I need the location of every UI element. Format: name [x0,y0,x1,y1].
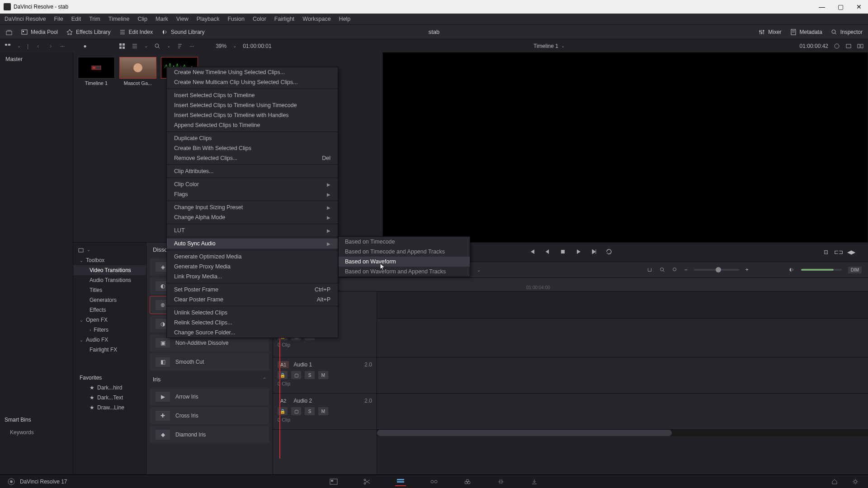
ctx-unlink[interactable]: Unlink Selected Clips [167,308,338,318]
smart-bins-header[interactable]: Smart Bins [0,413,73,427]
prev-frame-icon[interactable] [544,248,551,257]
auto-select-icon[interactable]: ▢ [291,407,301,415]
ctx-insert-clips[interactable]: Insert Selected Clips to Timeline [167,90,338,100]
clip-mascot[interactable]: Mascot Ga... [119,57,156,86]
ctx-flags[interactable]: Flags▶ [167,189,338,199]
chevron-down-icon[interactable]: ⌄ [233,43,236,48]
metadata-button[interactable]: Metadata [790,28,822,36]
track-header-a2[interactable]: A2Audio 22.0 🔒 ▢ S M 0 Clip [273,394,377,430]
ctx-alpha-mode[interactable]: Change Alpha Mode▶ [167,212,338,222]
trans-arrow-iris[interactable]: ▶Arrow Iris [150,388,269,405]
volume-slider[interactable] [801,269,842,271]
iris-header[interactable]: Iris⌃ [146,372,273,386]
ctx-change-source[interactable]: Change Source Folder... [167,328,338,338]
media-page-icon[interactable] [328,477,339,486]
sub-waveform-append[interactable]: Based on Waveform and Append Tracks [339,267,470,277]
chevron-down-icon[interactable]: ⌄ [167,43,170,48]
inspector-button[interactable]: Inspector [830,28,863,36]
edit-index-button[interactable]: Edit Index [119,28,153,36]
clip-timeline1[interactable]: Timeline 1 [78,57,115,86]
ctx-insert-handles[interactable]: Insert Selected Clips to Timeline with H… [167,110,338,120]
next-frame-icon[interactable] [590,248,597,257]
ctx-create-multicam[interactable]: Create New Multicam Clip Using Selected … [167,77,338,87]
ctx-lut[interactable]: LUT▶ [167,225,338,235]
first-frame-icon[interactable] [528,248,536,257]
single-viewer-icon[interactable] [845,43,852,49]
ctx-relink[interactable]: Relink Selected Clips... [167,318,338,328]
bypass-icon[interactable] [834,43,840,49]
menu-edit[interactable]: Edit [71,16,81,22]
zoom-in-icon[interactable]: + [745,267,749,273]
ctx-auto-sync-audio[interactable]: Auto Sync Audio▶ [167,239,338,249]
ctx-gen-optimized[interactable]: Generate Optimized Media [167,252,338,262]
fx-fairlight[interactable]: Fairlight FX [73,345,146,355]
media-pool-button[interactable]: Media Pool [21,28,58,36]
fx-effects[interactable]: Effects [73,305,146,315]
trans-diamond-iris[interactable]: ◆Diamond Iris [150,426,269,443]
loop-icon[interactable] [605,248,613,257]
chevron-down-icon[interactable]: ⌄ [561,43,565,48]
fx-openfx[interactable]: ⌄Open FX [73,315,146,325]
menu-clip[interactable]: Clip [138,16,148,22]
prev-icon[interactable]: ‹ [35,43,41,49]
minimize-icon[interactable]: — [816,2,828,11]
home-icon[interactable] [829,477,840,486]
auto-select-icon[interactable]: ▢ [291,371,301,379]
ctx-clear-poster[interactable]: Clear Poster FrameAlt+P [167,295,338,305]
menu-view[interactable]: View [176,16,189,22]
sub-waveform[interactable]: Based on Waveform [339,257,470,267]
menu-file[interactable]: File [54,16,63,22]
deliver-page-icon[interactable] [529,477,540,486]
trans-cross-iris[interactable]: ✚Cross Iris [150,407,269,424]
ctx-clip-attrs[interactable]: Clip Attributes... [167,166,338,176]
ctx-set-poster[interactable]: Set Poster FrameCtrl+P [167,285,338,295]
chevron-down-icon[interactable]: ⌄ [144,43,148,48]
search-icon[interactable] [154,43,160,49]
ctx-create-timeline[interactable]: Create New Timeline Using Selected Clips… [167,67,338,77]
menu-timeline[interactable]: Timeline [108,16,130,22]
sound-library-button[interactable]: Sound Library [161,28,205,36]
close-icon[interactable]: ✕ [854,2,864,11]
fav-item[interactable]: ★Draw...Line [73,403,146,413]
mute-button[interactable]: M [318,371,328,379]
menu-fairlight[interactable]: Fairlight [274,16,294,22]
ellipsis-icon[interactable]: ··· [189,43,194,49]
fav-item[interactable]: ★Dark...hird [73,383,146,393]
ellipsis-icon[interactable]: ··· [60,43,65,49]
dual-viewer-icon[interactable] [857,43,863,49]
timeline-name[interactable]: Timeline 1 [533,43,558,49]
menu-color[interactable]: Color [253,16,266,22]
zoom-percent[interactable]: 39% [216,43,226,49]
menu-davinci[interactable]: DaVinci Resolve [5,16,46,22]
fx-audio-transitions[interactable]: Audio Transitions [73,275,146,285]
menu-playback[interactable]: Playback [197,16,220,22]
search-icon[interactable] [659,267,665,273]
cut-page-icon[interactable] [362,477,373,486]
ctx-clip-color[interactable]: Clip Color▶ [167,179,338,189]
timeline-hscroll[interactable] [377,430,868,436]
ctx-create-bin[interactable]: Create Bin With Selected Clips [167,143,338,153]
sub-timecode-append[interactable]: Based on Timecode and Append Tracks [339,247,470,257]
menu-fusion[interactable]: Fusion [227,16,245,22]
timeline-ruler[interactable]: 01:00:04:00 [273,278,868,291]
fx-audiofx[interactable]: ⌄Audio FX [73,335,146,345]
fusion-page-icon[interactable] [429,477,439,486]
mixer-button[interactable]: Mixer [758,28,781,36]
ctx-remove[interactable]: Remove Selected Clips...Del [167,153,338,163]
chevron-down-icon[interactable]: ⌄ [87,247,90,253]
mute-button[interactable]: M [318,407,328,415]
solo-button[interactable]: S [305,371,315,379]
list-view-icon[interactable] [132,43,138,49]
sub-timecode[interactable]: Based on Timecode [339,237,470,247]
fav-item[interactable]: ★Dark...Text [73,393,146,403]
marker-icon[interactable]: ◀▶ [848,249,854,255]
solo-button[interactable]: S [305,407,315,415]
fx-video-transitions[interactable]: Video Transitions [73,265,146,275]
color-page-icon[interactable] [462,477,473,486]
maximize-icon[interactable]: ▢ [835,2,846,11]
menu-help[interactable]: Help [339,16,351,22]
expand-icon[interactable] [5,28,13,36]
ctx-insert-timecode[interactable]: Insert Selected Clips to Timeline Using … [167,100,338,110]
next-icon[interactable]: › [47,43,54,49]
sort-icon[interactable] [177,43,183,49]
